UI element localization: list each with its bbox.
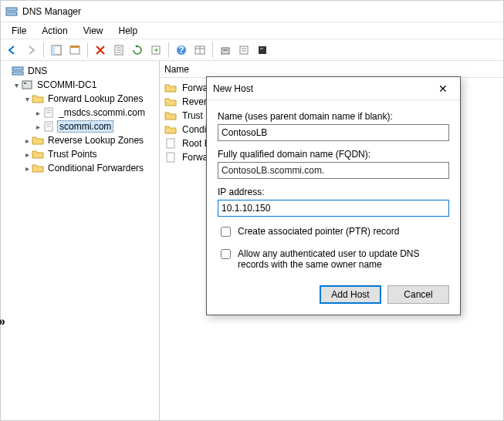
toolbar-separator: [212, 42, 213, 58]
folder-icon: [164, 82, 177, 94]
tree-label: DNS: [26, 66, 49, 76]
toolbar-separator: [43, 42, 44, 58]
toolbar: ?: [1, 39, 503, 61]
auth-update-checkbox-label: Allow any authenticated user to update D…: [238, 248, 449, 270]
column-header-name[interactable]: Name: [160, 61, 503, 78]
tree-label: Forward Lookup Zones: [46, 93, 144, 104]
new-zone-button[interactable]: [235, 42, 252, 59]
svg-text:?: ?: [178, 45, 184, 56]
back-button[interactable]: [4, 42, 21, 59]
page-icon: [164, 137, 177, 150]
menu-help[interactable]: Help: [111, 24, 146, 38]
export-button[interactable]: [147, 42, 164, 59]
zone-icon: [42, 120, 55, 133]
folder-icon: [32, 162, 44, 174]
tree-conditional-forwarders[interactable]: ▸ Conditional Forwarders: [2, 161, 157, 175]
fqdn-input: [218, 162, 449, 179]
svg-rect-5: [70, 45, 79, 48]
svg-rect-34: [167, 153, 174, 162]
chevron-right-icon[interactable]: ▸: [22, 164, 32, 173]
chevron-right-icon[interactable]: ▸: [33, 109, 42, 117]
dialog-titlebar[interactable]: New Host ✕: [207, 77, 460, 100]
chevron-right-icon[interactable]: ▸: [22, 136, 32, 145]
chevron-right-icon[interactable]: ▸: [22, 150, 32, 159]
tree-label: SCOMMI-DC1: [36, 79, 98, 90]
ptr-checkbox-row[interactable]: Create associated pointer (PTR) record: [218, 226, 449, 239]
toolbar-separator: [87, 42, 88, 58]
delete-button[interactable]: [92, 42, 109, 59]
svg-rect-4: [70, 47, 79, 54]
add-server-button[interactable]: [217, 42, 234, 59]
close-button[interactable]: ✕: [432, 83, 454, 95]
folder-icon: [164, 109, 177, 122]
tree-label: Trust Points: [46, 149, 99, 160]
new-host-dialog: New Host ✕ Name (uses parent domain name…: [206, 76, 461, 315]
launch-nslookup-button[interactable]: [254, 42, 271, 59]
svg-rect-18: [240, 46, 248, 54]
tree-label: scommi.com: [57, 120, 113, 133]
folder-icon: [32, 148, 44, 160]
dialog-body: Name (uses parent domain name if blank):…: [207, 100, 460, 278]
menubar: File Action View Help: [1, 22, 503, 39]
svg-rect-21: [259, 46, 266, 54]
chevron-down-icon[interactable]: ▾: [12, 81, 21, 89]
svg-rect-25: [22, 81, 32, 89]
ip-address-input[interactable]: [218, 200, 449, 217]
tree-reverse-lookup-zones[interactable]: ▸ Reverse Lookup Zones: [2, 133, 157, 147]
tree-label: Conditional Forwarders: [46, 163, 145, 173]
forward-button[interactable]: [22, 42, 39, 59]
tree-zone-msdcs[interactable]: ▸ _msdcs.scommi.com: [2, 106, 157, 120]
fqdn-label: Fully qualified domain name (FQDN):: [218, 149, 449, 160]
dns-app-icon: [5, 5, 18, 18]
svg-rect-3: [52, 45, 55, 55]
ptr-checkbox-label: Create associated pointer (PTR) record: [238, 226, 399, 237]
svg-rect-1: [6, 12, 17, 15]
filter-button[interactable]: [191, 42, 208, 59]
toolbar-separator: [168, 42, 169, 58]
titlebar: DNS Manager: [1, 1, 503, 22]
folder-icon: [164, 96, 177, 108]
ptr-checkbox[interactable]: [221, 227, 231, 237]
new-window-button[interactable]: [66, 42, 83, 59]
svg-rect-24: [12, 72, 23, 75]
tree-dns-root[interactable]: DNS: [2, 64, 157, 78]
menu-view[interactable]: View: [76, 24, 111, 38]
zone-icon: [42, 106, 55, 119]
svg-rect-23: [12, 67, 23, 70]
chevron-down-icon[interactable]: ▾: [22, 95, 32, 103]
menu-action[interactable]: Action: [34, 24, 75, 38]
name-label: Name (uses parent domain name if blank):: [218, 111, 449, 122]
tree-label: Reverse Lookup Zones: [46, 135, 145, 146]
list-pane: Name Forward L Reverse L Trust Poi Condi…: [160, 61, 503, 420]
dialog-buttons: Add Host Cancel: [207, 278, 460, 315]
window-title: DNS Manager: [22, 6, 81, 17]
auth-update-checkbox-row[interactable]: Allow any authenticated user to update D…: [218, 248, 449, 270]
menu-file[interactable]: File: [4, 24, 34, 38]
chevron-right-icon[interactable]: ▸: [33, 123, 42, 131]
folder-icon: [164, 123, 177, 136]
server-icon: [21, 79, 33, 91]
refresh-button[interactable]: [129, 42, 146, 59]
help-button[interactable]: ?: [173, 42, 190, 59]
show-hide-tree-button[interactable]: [48, 42, 65, 59]
cancel-button[interactable]: Cancel: [387, 285, 449, 304]
name-input[interactable]: [218, 124, 449, 141]
main-split: DNS ▾ SCOMMI-DC1 ▾ Forward Lookup Zones …: [1, 61, 503, 420]
tree-zone-scommi[interactable]: ▸ scommi.com: [2, 120, 157, 133]
svg-rect-26: [24, 83, 26, 84]
folder-icon: [32, 134, 44, 147]
properties-button[interactable]: [110, 42, 127, 59]
add-host-button[interactable]: Add Host: [320, 285, 381, 304]
dialog-title: New Host: [213, 83, 253, 94]
dns-root-icon: [12, 65, 24, 77]
tree-server[interactable]: ▾ SCOMMI-DC1: [2, 78, 157, 92]
tree-label: _msdcs.scommi.com: [57, 107, 147, 118]
tree-pane: DNS ▾ SCOMMI-DC1 ▾ Forward Lookup Zones …: [1, 61, 160, 420]
svg-rect-17: [223, 49, 228, 51]
svg-rect-0: [6, 8, 17, 11]
auth-update-checkbox[interactable]: [221, 249, 231, 259]
folder-icon: [32, 93, 44, 105]
tree-forward-lookup-zones[interactable]: ▾ Forward Lookup Zones: [2, 92, 157, 106]
tree-trust-points[interactable]: ▸ Trust Points: [2, 147, 157, 161]
page-icon: [164, 151, 177, 163]
